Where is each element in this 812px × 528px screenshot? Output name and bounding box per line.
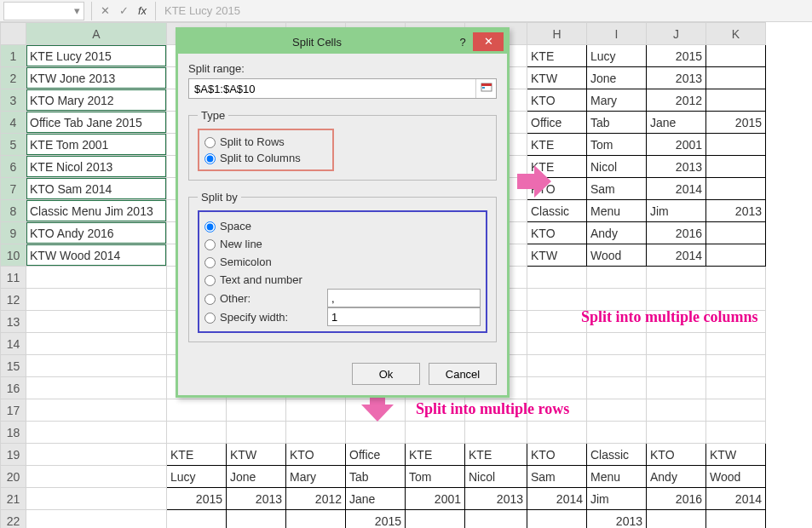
- cell[interactable]: 2012: [647, 89, 706, 112]
- cell[interactable]: Office: [346, 444, 406, 466]
- cell[interactable]: KTE: [527, 134, 587, 156]
- radio-space[interactable]: Space: [204, 217, 481, 235]
- enter-formula-icon[interactable]: ✓: [114, 4, 133, 17]
- radio-width[interactable]: Specify width:: [204, 308, 324, 326]
- cell[interactable]: 2016: [647, 488, 706, 510]
- cell[interactable]: Jim: [587, 488, 647, 510]
- cell[interactable]: Tab: [587, 112, 647, 134]
- cell[interactable]: 2015: [647, 45, 706, 67]
- row-header-18[interactable]: 18: [1, 422, 26, 444]
- cell[interactable]: [465, 510, 527, 529]
- cell[interactable]: [587, 399, 647, 422]
- row-header-14[interactable]: 14: [1, 333, 26, 355]
- cell[interactable]: Andy: [647, 466, 706, 488]
- cell[interactable]: Nicol: [587, 156, 647, 178]
- cell[interactable]: [706, 377, 766, 399]
- row-header-22[interactable]: 22: [1, 510, 26, 529]
- cell[interactable]: [706, 222, 766, 244]
- cell[interactable]: Jone: [227, 466, 286, 488]
- cell[interactable]: [26, 289, 167, 311]
- cell[interactable]: Lucy: [167, 466, 227, 488]
- row-header-13[interactable]: 13: [1, 311, 26, 333]
- cell[interactable]: [227, 510, 286, 529]
- cell[interactable]: Sam: [587, 178, 647, 200]
- dialog-help-button[interactable]: ?: [452, 36, 473, 49]
- cell[interactable]: Jane: [647, 112, 706, 134]
- cell[interactable]: Wood: [587, 244, 647, 267]
- cell[interactable]: KTW: [527, 67, 587, 89]
- cell[interactable]: Tab: [346, 466, 406, 488]
- cell[interactable]: Classic: [527, 200, 587, 222]
- row-header-3[interactable]: 3: [1, 89, 26, 112]
- name-box[interactable]: ▾: [3, 2, 84, 20]
- row-header-12[interactable]: 12: [1, 289, 26, 311]
- cell[interactable]: KTW: [227, 444, 286, 466]
- cell[interactable]: 2013: [706, 200, 766, 222]
- row-header-20[interactable]: 20: [1, 466, 26, 488]
- cell[interactable]: KTO Andy 2016: [26, 222, 167, 244]
- cell[interactable]: Office: [527, 112, 587, 134]
- cell[interactable]: KTO: [527, 222, 587, 244]
- cell[interactable]: KTO Sam 2014: [26, 178, 167, 200]
- cell[interactable]: [26, 466, 167, 488]
- cell[interactable]: [587, 267, 647, 289]
- cell[interactable]: [26, 333, 167, 355]
- cell[interactable]: [26, 488, 167, 510]
- cell[interactable]: [706, 67, 766, 89]
- formula-content[interactable]: KTE Lucy 2015: [159, 4, 812, 17]
- cell[interactable]: [587, 355, 647, 377]
- ok-button[interactable]: Ok: [352, 363, 420, 385]
- cell[interactable]: [527, 311, 587, 333]
- cell[interactable]: [706, 422, 766, 444]
- cell[interactable]: [527, 289, 587, 311]
- cancel-button[interactable]: Cancel: [429, 363, 497, 385]
- cell[interactable]: [465, 422, 527, 444]
- cell[interactable]: 2015: [167, 488, 227, 510]
- row-header-19[interactable]: 19: [1, 444, 26, 466]
- cell[interactable]: [227, 399, 286, 422]
- cell[interactable]: KTE: [167, 444, 227, 466]
- cell[interactable]: [406, 422, 465, 444]
- cell[interactable]: Tom: [587, 134, 647, 156]
- cell[interactable]: [647, 422, 706, 444]
- cell[interactable]: Jim: [647, 200, 706, 222]
- cell[interactable]: [587, 377, 647, 399]
- cell[interactable]: Mary: [587, 89, 647, 112]
- cell[interactable]: [706, 244, 766, 267]
- cell[interactable]: Andy: [587, 222, 647, 244]
- radio-textnum[interactable]: Text and number: [204, 271, 481, 289]
- cell[interactable]: [647, 510, 706, 529]
- cell[interactable]: [406, 510, 465, 529]
- cell[interactable]: [26, 377, 167, 399]
- cell[interactable]: [527, 267, 587, 289]
- radio-split-rows[interactable]: Split to Rows: [204, 134, 327, 150]
- col-header-K[interactable]: K: [706, 23, 766, 45]
- cell[interactable]: KTE Tom 2001: [26, 134, 167, 156]
- row-header-10[interactable]: 10: [1, 244, 26, 267]
- cell[interactable]: [706, 89, 766, 112]
- cell[interactable]: [527, 355, 587, 377]
- cell[interactable]: [346, 422, 406, 444]
- cell[interactable]: [706, 156, 766, 178]
- col-header-I[interactable]: I: [587, 23, 647, 45]
- cell[interactable]: KTO: [286, 444, 346, 466]
- cell[interactable]: 2014: [647, 244, 706, 267]
- cell[interactable]: 2013: [587, 510, 647, 529]
- cell[interactable]: [527, 333, 587, 355]
- cell[interactable]: [706, 355, 766, 377]
- radio-other[interactable]: Other:: [204, 290, 324, 307]
- cell[interactable]: 2015: [706, 112, 766, 134]
- cell[interactable]: 2013: [465, 488, 527, 510]
- col-header-H[interactable]: H: [527, 23, 587, 45]
- split-range-input[interactable]: [189, 79, 475, 98]
- row-header-2[interactable]: 2: [1, 67, 26, 89]
- cell[interactable]: 2016: [647, 222, 706, 244]
- cell[interactable]: [227, 422, 286, 444]
- dialog-titlebar[interactable]: Split Cells ? ✕: [178, 30, 507, 54]
- cell[interactable]: [286, 399, 346, 422]
- cell[interactable]: [26, 355, 167, 377]
- cell[interactable]: [706, 399, 766, 422]
- cell[interactable]: Wood: [706, 466, 766, 488]
- cell[interactable]: KTO Mary 2012: [26, 89, 167, 112]
- cell[interactable]: [167, 422, 227, 444]
